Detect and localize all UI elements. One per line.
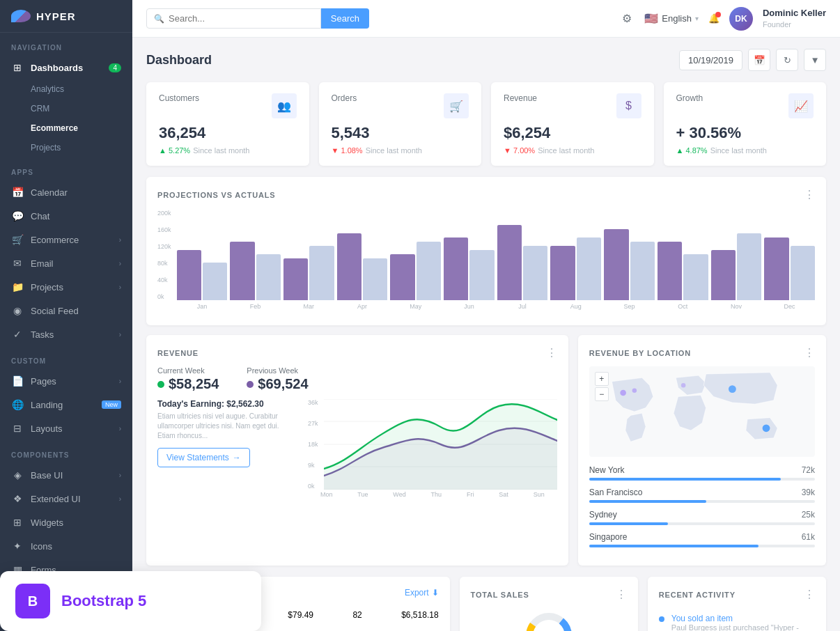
map-zoom-out[interactable]: − <box>595 387 609 401</box>
sidebar-item-extended-ui[interactable]: ❖ Extended UI › <box>0 487 132 511</box>
bar-group <box>497 225 548 300</box>
revenue-more-icon[interactable]: ⋮ <box>546 346 557 359</box>
earning-title: Today's Earning: $2,562.30 <box>157 399 297 409</box>
main-area: 🔍 Search ⚙ 🇺🇸 English ▾ 🔔 DK Dominic Kel… <box>132 0 840 631</box>
sidebar-item-landing[interactable]: 🌐 Landing New <box>0 393 132 416</box>
world-map-svg <box>589 366 815 457</box>
current-week-value: $58,254 <box>157 376 219 392</box>
revenue-weeks: Current Week $58,254 Previous Week $69,5… <box>157 366 557 392</box>
bar-group <box>230 242 281 300</box>
search-button[interactable]: Search <box>321 8 369 29</box>
language-selector[interactable]: 🇺🇸 English ▾ <box>644 12 699 25</box>
location-bar-track <box>589 478 815 481</box>
map-zoom-controls: + − <box>595 372 609 401</box>
current-week-dot <box>157 381 164 388</box>
map-zoom-in[interactable]: + <box>595 372 609 386</box>
location-more-icon[interactable]: ⋮ <box>804 346 815 359</box>
total-sales-more-icon[interactable]: ⋮ <box>616 588 627 601</box>
projects-arrow: › <box>119 283 121 291</box>
bar-group <box>177 250 228 300</box>
activity-more-icon[interactable]: ⋮ <box>804 588 815 601</box>
sidebar-item-layouts[interactable]: ⊟ Layouts › <box>0 416 132 440</box>
bar-group <box>764 237 815 300</box>
sidebar-item-pages[interactable]: 📄 Pages › <box>0 369 132 393</box>
orders-icon: 🛒 <box>444 93 469 118</box>
bar-projected <box>577 237 601 300</box>
landing-badge: New <box>102 400 121 409</box>
bar-projected <box>417 242 441 300</box>
sidebar-item-ecommerce2[interactable]: 🛒 Ecommerce › <box>0 228 132 251</box>
view-statements-button[interactable]: View Statements → <box>157 448 250 467</box>
sidebar-item-social-feed[interactable]: ◉ Social Feed <box>0 299 132 322</box>
location-bar-track <box>589 522 815 525</box>
export-button[interactable]: Export ⬇ <box>405 588 439 598</box>
stat-card-customers: Customers 👥 36,254 ▲ 5.27% Since last mo… <box>146 82 309 166</box>
sidebar-item-email[interactable]: ✉ Email › <box>0 251 132 275</box>
sidebar-subitem-projects[interactable]: Projects <box>0 138 132 157</box>
social-feed-icon: ◉ <box>11 305 24 316</box>
location-bar-item: Singapore 61k <box>589 532 815 547</box>
search-input-wrapper: 🔍 <box>146 8 321 29</box>
svg-point-9 <box>762 424 770 432</box>
bar-actual <box>658 242 682 300</box>
base-ui-icon: ◈ <box>11 469 24 481</box>
bar-actual <box>764 237 788 300</box>
recent-activity-title: RECENT ACTIVITY <box>659 591 736 599</box>
bar-actual <box>711 250 736 300</box>
sidebar-item-projects2[interactable]: 📁 Projects › <box>0 275 132 299</box>
activity-title: You sold an item <box>671 614 815 623</box>
sidebar-subitem-ecommerce[interactable]: Ecommerce <box>0 118 132 138</box>
export-icon: ⬇ <box>432 588 439 598</box>
sidebar-subitem-analytics[interactable]: Analytics <box>0 79 132 99</box>
sidebar-item-base-ui[interactable]: ◈ Base UI › <box>0 463 132 487</box>
location-bar-fill <box>589 545 759 547</box>
bar-actual <box>230 242 254 300</box>
sidebar-item-tasks[interactable]: ✓ Tasks › <box>0 322 132 346</box>
bar-actual <box>283 258 308 300</box>
icons-icon: ✦ <box>11 540 24 552</box>
location-title: REVENUE BY LOCATION <box>589 349 691 357</box>
projections-section: PROJECTIONS VS ACTUALS ⋮ 200k 160k 120k … <box>146 177 826 325</box>
refresh-btn[interactable]: ↻ <box>776 49 798 71</box>
sidebar-item-calendar[interactable]: 📅 Calendar <box>0 180 132 204</box>
sidebar: HYPER NAVIGATION ⊞ Dashboards 4 Analytic… <box>0 0 132 631</box>
calendar-btn[interactable]: 📅 <box>748 49 770 71</box>
line-x-axis: Mon Tue Wed Thu Fri Sat Sun <box>308 491 557 498</box>
settings-button[interactable]: ⚙ <box>619 9 635 28</box>
dashboard-header: Dashboard 10/19/2019 📅 ↻ ▼ <box>146 49 826 71</box>
layouts-arrow: › <box>119 425 121 433</box>
svg-point-7 <box>681 383 685 387</box>
sidebar-item-chat[interactable]: 💬 Chat <box>0 204 132 228</box>
line-chart-area: 36k 27k 18k 9k 0k <box>308 399 557 498</box>
stats-row: Customers 👥 36,254 ▲ 5.27% Since last mo… <box>146 82 826 166</box>
growth-since: Since last month <box>710 146 767 155</box>
filter-btn[interactable]: ▼ <box>804 49 826 71</box>
search-input[interactable] <box>169 13 313 24</box>
orders-since: Since last month <box>366 146 422 155</box>
location-card: REVENUE BY LOCATION ⋮ + − <box>578 335 826 566</box>
extended-ui-icon: ❖ <box>11 493 24 504</box>
avatar: DK <box>729 7 753 31</box>
bar-month-label: Apr <box>337 303 388 310</box>
notification-button[interactable]: 🔔 <box>708 13 720 24</box>
stat-card-revenue: Revenue $ $6,254 ▼ 7.00% Since last mont… <box>491 82 654 166</box>
arrow-right-icon: → <box>233 453 241 462</box>
location-value: 39k <box>802 488 815 497</box>
location-name: New York <box>589 465 625 475</box>
bar-projected <box>203 263 227 300</box>
custom-section-label: CUSTOM <box>0 346 132 369</box>
widgets-icon: ⊞ <box>11 517 24 528</box>
revenue-change-value: ▼ 7.00% <box>504 146 535 155</box>
sidebar-subitem-crm[interactable]: CRM <box>0 99 132 118</box>
content-area: Dashboard 10/19/2019 📅 ↻ ▼ Customers 👥 3… <box>132 38 840 631</box>
lang-chevron-icon: ▾ <box>695 15 699 22</box>
sidebar-item-widgets[interactable]: ⊞ Widgets <box>0 511 132 534</box>
bar-projected <box>683 254 708 300</box>
orders-change: ▼ 1.08% Since last month <box>332 146 469 155</box>
date-picker[interactable]: 10/19/2019 <box>679 50 742 70</box>
location-value: 61k <box>802 532 815 542</box>
location-name: San Francisco <box>589 488 643 497</box>
projections-more-icon[interactable]: ⋮ <box>804 188 815 201</box>
sidebar-item-icons[interactable]: ✦ Icons <box>0 534 132 558</box>
sidebar-item-dashboards[interactable]: ⊞ Dashboards 4 <box>0 56 132 79</box>
